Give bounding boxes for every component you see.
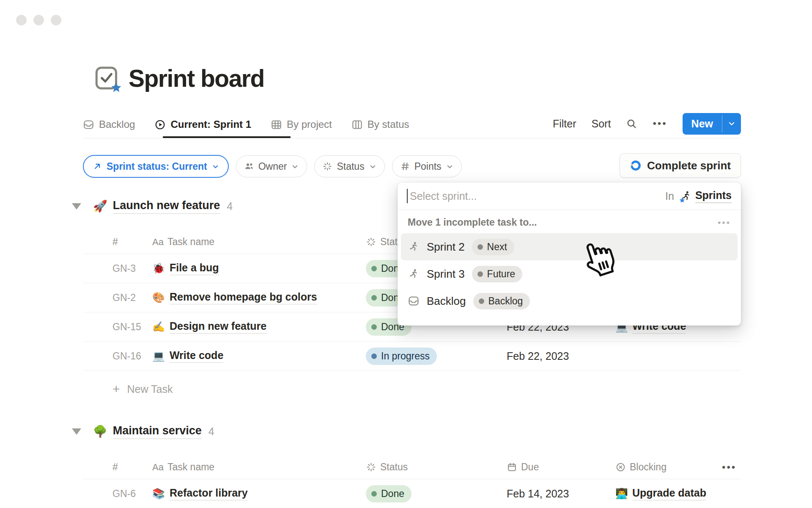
points-filter-chip[interactable]: Points [392, 155, 462, 177]
task-title-link[interactable]: Design new feature [170, 320, 266, 334]
status-dot [371, 353, 377, 359]
task-title-link[interactable]: Remove homepage bg colors [170, 291, 317, 304]
group-name-link[interactable]: Launch new feature [113, 199, 220, 214]
blocked-circle-icon [615, 462, 626, 472]
blocking-emoji: 👨‍💻 [615, 488, 628, 500]
status-cell[interactable]: In progress [366, 348, 507, 365]
status-dot [477, 244, 483, 250]
columns-icon [351, 119, 363, 130]
status-badge[interactable]: In progress [366, 348, 437, 365]
task-name-cell[interactable]: 📚Refactor library [152, 487, 366, 500]
sprints-dataset-link[interactable]: Sprints [680, 189, 732, 203]
status-spinner-icon [366, 462, 376, 472]
tab-current-sprint[interactable]: Current: Sprint 1 [154, 119, 251, 130]
status-badge[interactable]: Done [366, 485, 411, 502]
sprint-search-input[interactable] [410, 190, 662, 202]
collapse-triangle-icon[interactable] [72, 428, 81, 435]
complete-sprint-label: Complete sprint [647, 159, 731, 172]
task-title-link[interactable]: Refactor library [170, 487, 248, 500]
task-title-link[interactable]: File a bug [170, 262, 219, 275]
collapse-triangle-icon[interactable] [72, 203, 81, 210]
option-sprint-3[interactable]: Sprint 3 Future [401, 260, 738, 287]
badge-label: Future [487, 268, 515, 280]
complete-sprint-button[interactable]: Complete sprint [620, 153, 741, 178]
more-options-button[interactable]: ••• [653, 118, 667, 130]
table-header-row: # AaTask name Status Due Blocking ••• [83, 456, 741, 479]
header-label: # [112, 236, 118, 248]
due-column-header[interactable]: Due [507, 461, 615, 473]
task-name-cell[interactable]: 💻Write code [152, 349, 366, 363]
search-icon [626, 118, 637, 130]
badge-label: Backlog [488, 295, 523, 307]
columns-more-button[interactable]: ••• [722, 461, 741, 473]
sprint-options: Sprint 2 Next Sprint 3 Future Backlog Ba… [398, 232, 741, 319]
id-column-header[interactable]: # [112, 461, 152, 473]
filter-button[interactable]: Filter [553, 118, 576, 130]
new-dropdown-button[interactable] [722, 113, 741, 135]
blocking-cell[interactable]: 👨‍💻Upgrade datab [615, 487, 722, 500]
task-name-cell[interactable]: ✍️Design new feature [152, 320, 366, 334]
id-column-header[interactable]: # [112, 236, 152, 248]
task-name-column-header[interactable]: AaTask name [152, 236, 366, 248]
group-count: 4 [227, 200, 233, 213]
in-label: In [665, 190, 674, 202]
sprint-search-row: In Sprints [398, 182, 741, 210]
tab-label: By status [368, 119, 409, 130]
badge-label: Next [487, 241, 507, 253]
page-title: Sprint board [129, 64, 264, 92]
status-dot [371, 295, 377, 301]
tab-by-project[interactable]: By project [271, 119, 332, 130]
owner-filter-chip[interactable]: Owner [236, 155, 307, 177]
status-label: In progress [381, 351, 430, 362]
text-caret [407, 189, 408, 203]
sprint-progress-icon [630, 160, 642, 171]
group-emoji: 🌳 [93, 425, 107, 438]
people-icon [244, 161, 254, 171]
sprint-status-badge: Next [472, 239, 514, 255]
header-label: Task name [167, 461, 214, 473]
status-column-header[interactable]: Status [366, 461, 507, 473]
calendar-icon [507, 462, 517, 472]
filter-chips: Sprint status: Current Owner Status Poin… [83, 155, 462, 178]
search-button[interactable] [626, 118, 637, 130]
page-header: Sprint board [94, 64, 264, 92]
task-id: GN-2 [112, 292, 152, 304]
chevron-down-icon [446, 163, 454, 171]
tab-by-status[interactable]: By status [351, 119, 409, 130]
checkbox-star-icon [94, 65, 119, 91]
tab-backlog[interactable]: Backlog [83, 119, 135, 130]
window-dot[interactable] [33, 15, 44, 25]
task-emoji: 🐞 [152, 262, 165, 274]
chevron-down-icon [727, 119, 736, 128]
task-name-cell[interactable]: 🐞File a bug [152, 262, 366, 275]
sort-button[interactable]: Sort [592, 118, 611, 130]
task-name-cell[interactable]: 🎨Remove homepage bg colors [152, 291, 366, 304]
group-name-link[interactable]: Maintain service [113, 424, 202, 439]
sprint-status-filter-chip[interactable]: Sprint status: Current [83, 155, 229, 178]
table-row[interactable]: GN-16 💻Write code In progress Feb 22, 20… [83, 342, 741, 371]
table-row[interactable]: GN-6 📚Refactor library Done Feb 14, 2023… [83, 479, 741, 508]
window-dot[interactable] [51, 15, 61, 25]
due-cell[interactable]: Feb 14, 2023 [507, 488, 615, 500]
window-dot[interactable] [16, 15, 27, 25]
chip-label: Sprint status: Current [107, 161, 207, 172]
status-filter-chip[interactable]: Status [314, 155, 384, 177]
task-title-link[interactable]: Write code [170, 349, 223, 363]
task-emoji: 📚 [152, 488, 165, 500]
blocking-column-header[interactable]: Blocking [615, 461, 722, 473]
new-task-button[interactable]: + New Task [83, 379, 741, 399]
status-cell[interactable]: Done [366, 485, 507, 502]
status-spinner-icon [322, 161, 332, 171]
new-button[interactable]: New [683, 113, 722, 135]
star-icon [111, 82, 122, 93]
blocking-task-link[interactable]: Upgrade datab [632, 487, 706, 500]
option-sprint-2[interactable]: Sprint 2 Next [401, 233, 738, 260]
task-id: GN-6 [112, 488, 152, 500]
task-emoji: 💻 [152, 350, 165, 362]
pointer-hand-cursor [580, 240, 615, 280]
task-name-column-header[interactable]: AaTask name [152, 461, 366, 473]
option-backlog[interactable]: Backlog Backlog [401, 287, 738, 315]
popup-more-button[interactable]: ••• [718, 218, 731, 228]
due-cell[interactable]: Feb 22, 2023 [507, 350, 615, 362]
move-to-sprint-popup: In Sprints Move 1 incomplete task to... … [398, 182, 741, 326]
